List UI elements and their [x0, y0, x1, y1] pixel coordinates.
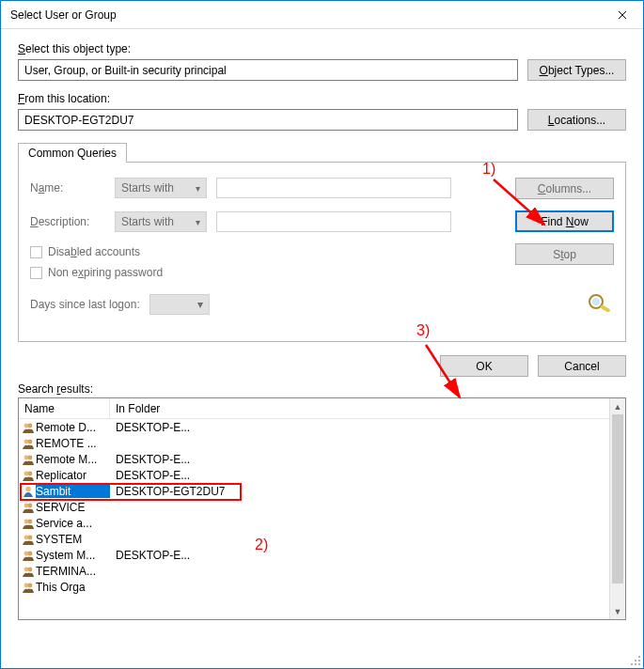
row-name: SERVICE: [36, 501, 110, 514]
find-now-button[interactable]: Find Now: [515, 210, 614, 232]
name-label: Name:: [30, 181, 105, 194]
group-icon: [21, 469, 36, 482]
svg-point-15: [28, 519, 33, 523]
row-name: TERMINA...: [36, 565, 110, 578]
group-icon: [21, 581, 36, 594]
chevron-down-icon: ▾: [197, 298, 203, 311]
group-icon: [21, 533, 36, 546]
svg-point-8: [28, 455, 33, 459]
disabled-accounts-checkbox: Disabled accounts: [30, 245, 509, 258]
svg-point-31: [638, 663, 640, 665]
group-icon: [21, 565, 36, 578]
object-types-button[interactable]: Object Types...: [527, 59, 626, 81]
days-logon-label: Days since last logon:: [30, 298, 140, 311]
svg-point-13: [28, 503, 33, 507]
row-folder: DESKTOP-E...: [110, 421, 190, 434]
tab-body: Name: Starts with▾ Description: Starts w…: [18, 162, 626, 342]
location-field[interactable]: [18, 109, 518, 131]
table-row[interactable]: Service a...: [19, 515, 609, 531]
row-folder: DESKTOP-EGT2DU7: [110, 485, 225, 498]
table-row[interactable]: SERVICE: [19, 499, 609, 515]
ok-button[interactable]: OK: [440, 355, 528, 377]
user-icon: [21, 485, 36, 498]
chevron-down-icon: ▾: [196, 183, 200, 194]
close-button[interactable]: [601, 1, 643, 29]
svg-point-29: [631, 663, 633, 665]
locations-button[interactable]: Locations...: [527, 109, 626, 131]
svg-point-27: [635, 660, 636, 661]
svg-point-17: [28, 535, 33, 539]
group-icon: [21, 517, 36, 530]
table-row[interactable]: ReplicatorDESKTOP-E...: [19, 467, 609, 483]
dialog-content: Select this object type: Object Types...…: [1, 29, 643, 626]
results-list[interactable]: Name In Folder Remote D...DESKTOP-E...RE…: [18, 397, 626, 620]
object-type-field[interactable]: [18, 59, 518, 81]
group-icon: [21, 501, 36, 514]
description-input: [216, 211, 451, 232]
row-name: Sambit: [36, 485, 110, 498]
search-results-icon: [586, 291, 614, 315]
table-row[interactable]: System M...DESKTOP-E...: [19, 547, 609, 563]
table-row[interactable]: REMOTE ...: [19, 435, 609, 451]
non-expiring-checkbox: Non expiring password: [30, 266, 509, 279]
svg-point-26: [638, 656, 640, 658]
row-name: Service a...: [36, 517, 110, 530]
column-header-folder[interactable]: In Folder: [110, 402, 609, 415]
days-logon-combo: ▾: [149, 294, 210, 315]
scroll-thumb[interactable]: [612, 414, 623, 583]
row-name: REMOTE ...: [36, 437, 110, 450]
svg-point-28: [638, 660, 640, 661]
columns-button: Columns...: [515, 178, 614, 199]
location-label: From this location:: [18, 92, 626, 105]
description-combo: Starts with▾: [115, 211, 207, 232]
titlebar: Select User or Group: [1, 1, 643, 29]
row-name: Remote D...: [36, 421, 110, 434]
row-name: SYSTEM: [36, 533, 110, 546]
row-name: This Orga: [36, 581, 110, 594]
close-icon: [618, 10, 627, 20]
object-type-label: Select this object type:: [18, 42, 626, 55]
row-name: System M...: [36, 549, 110, 562]
table-row[interactable]: Remote D...DESKTOP-E...: [19, 419, 609, 435]
table-row[interactable]: SYSTEM: [19, 531, 609, 547]
column-header-name[interactable]: Name: [19, 398, 110, 418]
scroll-down-icon[interactable]: ▼: [610, 603, 625, 619]
checkbox-icon: [30, 267, 42, 279]
resize-grip-icon[interactable]: [630, 655, 641, 666]
group-icon: [21, 549, 36, 562]
svg-rect-1: [600, 304, 611, 312]
checkbox-icon: [30, 246, 42, 258]
table-row[interactable]: SambitDESKTOP-EGT2DU7: [19, 483, 609, 499]
description-label: Description:: [30, 215, 105, 228]
table-row[interactable]: Remote M...DESKTOP-E...: [19, 451, 609, 467]
row-folder: DESKTOP-E...: [110, 549, 190, 562]
group-icon: [21, 437, 36, 450]
svg-point-23: [28, 583, 33, 587]
chevron-down-icon: ▾: [196, 217, 200, 227]
svg-point-30: [635, 663, 636, 665]
svg-point-2: [592, 298, 600, 305]
name-combo: Starts with▾: [115, 178, 207, 198]
row-name: Remote M...: [36, 453, 110, 466]
svg-point-6: [28, 439, 33, 443]
search-results-label: Search results:: [18, 382, 626, 396]
table-row[interactable]: This Orga: [19, 579, 609, 595]
tab-common-queries[interactable]: Common Queries: [18, 143, 127, 163]
cancel-button[interactable]: Cancel: [538, 355, 626, 377]
name-input: [216, 178, 451, 198]
group-icon: [21, 421, 36, 434]
svg-point-21: [28, 567, 33, 571]
stop-button: Stop: [515, 243, 614, 265]
table-row[interactable]: TERMINA...: [19, 563, 609, 579]
svg-point-19: [28, 551, 33, 555]
group-icon: [21, 453, 36, 466]
window-title: Select User or Group: [10, 8, 601, 22]
svg-point-10: [28, 471, 33, 475]
svg-point-11: [25, 486, 31, 491]
row-name: Replicator: [36, 469, 110, 482]
scroll-up-icon[interactable]: ▲: [610, 398, 625, 414]
row-folder: DESKTOP-E...: [110, 469, 190, 482]
row-folder: DESKTOP-E...: [110, 453, 190, 466]
svg-point-4: [28, 423, 33, 428]
scrollbar[interactable]: ▲ ▼: [609, 398, 625, 619]
